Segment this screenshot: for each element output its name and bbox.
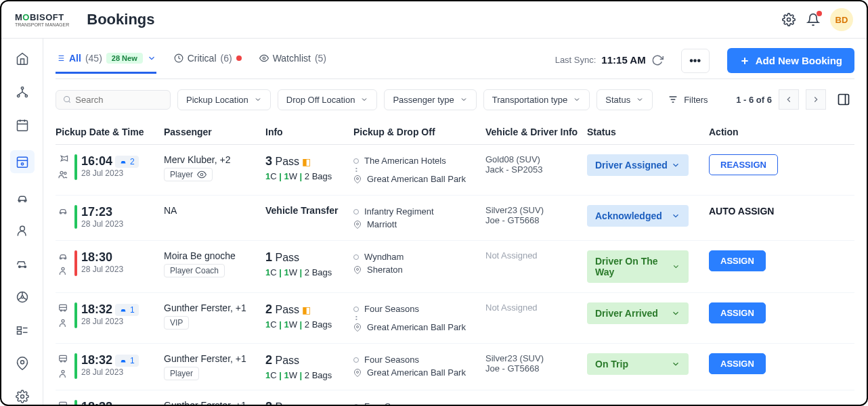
filter-dropoff[interactable]: Drop Off Location	[278, 89, 378, 110]
org-icon[interactable]	[14, 84, 31, 101]
avatar[interactable]: BD	[830, 8, 853, 31]
status-chip[interactable]: Driver Assigned	[587, 154, 689, 176]
pickup-dot-icon	[353, 307, 359, 312]
search-input[interactable]	[56, 90, 171, 110]
svg-point-13	[20, 227, 24, 231]
status-chip[interactable]: Acknowledged	[587, 205, 689, 227]
dropoff-pin-icon	[353, 323, 362, 332]
assign-button[interactable]: ASSIGN	[709, 353, 766, 374]
home-icon[interactable]	[14, 51, 31, 68]
svg-point-45	[64, 172, 66, 174]
pickup-time: 18:30	[81, 250, 112, 265]
table-row[interactable]: 17:23 28 Jul 2023 NAVehicle Transfer Inf…	[56, 196, 854, 241]
status-chip[interactable]: Driver Arrived	[587, 302, 689, 324]
more-button[interactable]: •••	[681, 49, 710, 73]
col-passenger: Passenger	[164, 127, 265, 137]
refresh-icon[interactable]	[651, 54, 664, 66]
bookings-icon[interactable]	[10, 150, 35, 173]
svg-point-26	[20, 394, 24, 398]
plus-icon	[739, 55, 750, 66]
table-body: 16:042 28 Jul 2023 Merv Kluber, +2Player…	[56, 145, 854, 405]
table-row[interactable]: 16:042 28 Jul 2023 Merv Kluber, +2Player…	[56, 145, 854, 196]
driver-name: Jack - SP2053	[485, 164, 587, 175]
passenger-name: Merv Kluber, +2	[164, 154, 265, 165]
flag-icon: ◧	[302, 304, 311, 315]
fleet-icon[interactable]	[14, 256, 31, 273]
filter-pickup[interactable]: Pickup Location	[177, 89, 271, 110]
svg-point-47	[357, 177, 359, 179]
bell-icon[interactable]	[806, 12, 821, 27]
vehicle-count-chip: 1	[115, 355, 139, 367]
tab-watch-count: (5)	[315, 53, 326, 64]
gear-icon[interactable]	[781, 12, 796, 27]
driver-name: Joe - GT5668	[485, 215, 587, 225]
table-row[interactable]: 18:321 28 Jul 2023 Gunther Ferster, +1VI…	[56, 293, 854, 344]
filter-transport-type[interactable]: Transportation type	[483, 89, 590, 110]
settings-icon[interactable]	[14, 388, 31, 405]
pickup-date: 28 Jul 2023	[81, 265, 123, 274]
passenger-name: Gunther Ferster, +1	[164, 400, 265, 405]
assign-button[interactable]: ASSIGN	[709, 250, 766, 271]
svg-point-34	[263, 57, 265, 60]
pickup-date: 28 Jul 2023	[81, 219, 123, 229]
dropoff-location: Great American Ball Park	[367, 367, 466, 378]
svg-point-50	[357, 223, 359, 225]
filter-passenger-type[interactable]: Passenger type	[384, 89, 476, 110]
chevron-down-icon	[573, 95, 581, 104]
pickup-time: 16:04	[81, 154, 112, 168]
assign-button[interactable]: ASSIGN	[709, 302, 766, 323]
sidebar	[1, 39, 43, 405]
last-sync: Last Sync: 11:15 AM	[555, 54, 664, 73]
dropoff-pin-icon	[353, 369, 362, 377]
info-pass: 3 Pass ◧	[265, 154, 353, 168]
calendar-icon[interactable]	[14, 117, 31, 134]
car-icon[interactable]	[14, 189, 31, 206]
vehicle-name: Silver23 (SUV)	[485, 205, 587, 215]
role-chip: Player	[164, 168, 213, 181]
svg-point-10	[21, 162, 23, 164]
tab-all[interactable]: All (45) 28 New	[56, 53, 156, 74]
prev-page-button[interactable]	[779, 89, 799, 110]
status-chip[interactable]: On Trip	[587, 353, 689, 375]
dropoff-pin-icon	[353, 266, 362, 274]
dropoff-location: Great American Ball Park	[367, 322, 466, 332]
info-pass: 2 Pass ◧	[265, 302, 353, 317]
pickup-dot-icon	[353, 357, 359, 363]
status-label: Acknowledged	[595, 210, 662, 221]
filter-status[interactable]: Status	[596, 89, 653, 110]
tab-critical[interactable]: Critical (6)	[174, 53, 242, 74]
status-chip[interactable]: Driver On The Way	[587, 250, 689, 283]
table-row[interactable]: 18:32 Gunther Ferster, +1 2 Pass Four Se…	[56, 390, 854, 405]
passenger-name: Moira Be gnoche	[164, 250, 265, 261]
tab-watchlist[interactable]: Watchlist (5)	[259, 53, 326, 74]
table-row[interactable]: 18:321 28 Jul 2023 Gunther Ferster, +1Pl…	[56, 344, 854, 390]
add-booking-button[interactable]: Add New Booking	[727, 48, 854, 73]
clock-icon	[174, 53, 183, 63]
pickup-date: 28 Jul 2023	[81, 367, 139, 377]
filters-button[interactable]: Filters	[659, 89, 716, 110]
info-bags: 1C | 1W | 2 Bags	[265, 370, 353, 380]
vehicle-na: Not Assigned	[485, 250, 538, 261]
tab-all-label: All	[69, 53, 81, 64]
wheel-icon[interactable]	[14, 289, 31, 306]
map-pin-icon[interactable]	[14, 355, 31, 371]
svg-rect-4	[17, 120, 27, 131]
pickup-location: Four Seasons	[364, 401, 419, 405]
dispatch-icon[interactable]	[14, 321, 31, 338]
pagination-info: 1 - 6 of 6	[736, 95, 772, 105]
svg-rect-22	[17, 332, 21, 334]
notification-dot	[817, 11, 822, 16]
reassign-button[interactable]: REASSIGN	[709, 154, 778, 175]
list-icon	[56, 53, 65, 63]
next-page-button[interactable]	[806, 89, 826, 110]
pickup-location: Four Seasons	[364, 304, 419, 314]
person-icon[interactable]	[14, 223, 31, 240]
vehicle-count-chip: 1	[115, 304, 139, 316]
layout-toggle-button[interactable]	[833, 89, 854, 110]
pickup-time: 18:32	[81, 353, 112, 367]
vehicle-na: Not Assigned	[485, 302, 538, 313]
pickup-location: Wyndham	[364, 252, 404, 262]
table-row[interactable]: 18:30 28 Jul 2023 Moira Be gnochePlayer …	[56, 241, 854, 293]
search-field[interactable]	[75, 95, 163, 105]
pickup-dot-icon	[353, 209, 359, 215]
